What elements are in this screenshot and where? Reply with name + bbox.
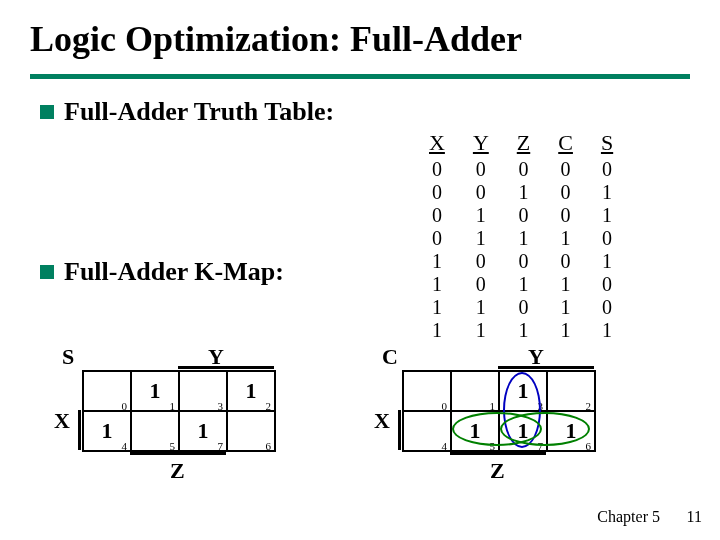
- table-cell: 0: [503, 250, 544, 273]
- kmap-cell-value: 1: [198, 418, 209, 444]
- kmap-area: S Y X Z 011312145176 C Y X Z 01132415171…: [60, 348, 630, 488]
- table-row: 00000: [415, 158, 627, 181]
- table-cell: 1: [415, 296, 459, 319]
- kmap-cell: 3: [179, 371, 227, 411]
- table-cell: 1: [587, 319, 627, 342]
- kmap-cell-index: 6: [266, 440, 272, 452]
- kmap-s-out-label: S: [62, 344, 74, 370]
- kmap-s-y-bar: [178, 366, 274, 369]
- table-cell: 0: [544, 181, 587, 204]
- title-rule: [30, 74, 690, 79]
- table-cell: 0: [587, 158, 627, 181]
- table-cell: 1: [459, 319, 503, 342]
- table-cell: 0: [415, 204, 459, 227]
- table-cell: 0: [544, 250, 587, 273]
- kmap-s-z-label: Z: [170, 458, 185, 484]
- kmap-cell: 6: [227, 411, 275, 451]
- kmap-c-x-label: X: [374, 408, 390, 434]
- table-row: 11010: [415, 296, 627, 319]
- table-cell: 0: [459, 158, 503, 181]
- kmap-cell: 11: [131, 371, 179, 411]
- table-cell: 1: [544, 319, 587, 342]
- bullet-truth-table: Full-Adder Truth Table:: [0, 97, 720, 127]
- kmap-c-group-h2: [500, 412, 590, 446]
- slide-title: Logic Optimization: Full-Adder: [0, 0, 720, 60]
- table-cell: 1: [544, 273, 587, 296]
- kmap-cell: 2: [547, 371, 595, 411]
- kmap-cell: 12: [227, 371, 275, 411]
- table-cell: 0: [459, 181, 503, 204]
- kmap-cell-value: 1: [150, 378, 161, 404]
- table-row: 10001: [415, 250, 627, 273]
- footer-page: 11: [687, 508, 702, 526]
- kmap-cell: 4: [403, 411, 451, 451]
- kmap-c-x-bar: [398, 410, 401, 450]
- table-cell: 1: [459, 296, 503, 319]
- bullet-kmap-label: Full-Adder K-Map:: [64, 257, 284, 287]
- table-cell: 0: [503, 204, 544, 227]
- truth-table: X Y Z C S 000000010101001011101000110110…: [415, 130, 627, 342]
- table-cell: 1: [587, 250, 627, 273]
- kmap-cell: 17: [179, 411, 227, 451]
- kmap-cell-index: 5: [170, 440, 176, 452]
- table-cell: 1: [587, 204, 627, 227]
- kmap-cell: 0: [403, 371, 451, 411]
- kmap-s-z-bar: [130, 452, 226, 455]
- kmap-s-x-label: X: [54, 408, 70, 434]
- table-cell: 0: [459, 273, 503, 296]
- table-row: 01110: [415, 227, 627, 250]
- table-cell: 1: [503, 227, 544, 250]
- bullet-icon: [40, 105, 54, 119]
- th-s: S: [587, 130, 627, 158]
- table-cell: 0: [503, 158, 544, 181]
- table-cell: 0: [587, 227, 627, 250]
- th-z: Z: [503, 130, 544, 158]
- table-cell: 0: [587, 273, 627, 296]
- kmap-cell-index: 4: [122, 440, 128, 452]
- footer-chapter: Chapter 5: [597, 508, 660, 526]
- kmap-c-z-bar: [450, 452, 546, 455]
- table-row: 10110: [415, 273, 627, 296]
- table-cell: 1: [415, 250, 459, 273]
- kmap-c-z-label: Z: [490, 458, 505, 484]
- table-cell: 0: [587, 296, 627, 319]
- table-cell: 1: [459, 227, 503, 250]
- kmap-cell-value: 1: [102, 418, 113, 444]
- kmap-cell: 5: [131, 411, 179, 451]
- table-cell: 1: [415, 273, 459, 296]
- table-cell: 1: [544, 227, 587, 250]
- kmap-cell: 0: [83, 371, 131, 411]
- table-cell: 0: [415, 181, 459, 204]
- kmap-c-y-bar: [498, 366, 594, 369]
- kmap-cell-index: 7: [218, 440, 224, 452]
- truth-table-header: X Y Z C S: [415, 130, 627, 158]
- table-row: 11111: [415, 319, 627, 342]
- table-cell: 0: [415, 227, 459, 250]
- table-cell: 1: [503, 319, 544, 342]
- table-cell: 0: [544, 204, 587, 227]
- bullet-icon: [40, 265, 54, 279]
- table-cell: 1: [415, 319, 459, 342]
- kmap-s-x-bar: [78, 410, 81, 450]
- kmap-cell-index: 6: [586, 440, 592, 452]
- table-cell: 0: [544, 158, 587, 181]
- table-cell: 0: [459, 250, 503, 273]
- table-row: 01001: [415, 204, 627, 227]
- kmap-cell: 14: [83, 411, 131, 451]
- table-cell: 0: [415, 158, 459, 181]
- table-cell: 1: [544, 296, 587, 319]
- kmap-cell-index: 4: [442, 440, 448, 452]
- th-y: Y: [459, 130, 503, 158]
- kmap-c: C Y X Z 011324151716: [380, 348, 630, 488]
- kmap-cell-value: 1: [246, 378, 257, 404]
- th-x: X: [415, 130, 459, 158]
- kmap-cell: 1: [451, 371, 499, 411]
- table-cell: 1: [503, 181, 544, 204]
- kmap-s: S Y X Z 011312145176: [60, 348, 310, 488]
- table-cell: 1: [459, 204, 503, 227]
- table-row: 00101: [415, 181, 627, 204]
- kmap-s-grid: 011312145176: [82, 370, 276, 452]
- th-c: C: [544, 130, 587, 158]
- table-cell: 1: [503, 273, 544, 296]
- kmap-c-out-label: C: [382, 344, 398, 370]
